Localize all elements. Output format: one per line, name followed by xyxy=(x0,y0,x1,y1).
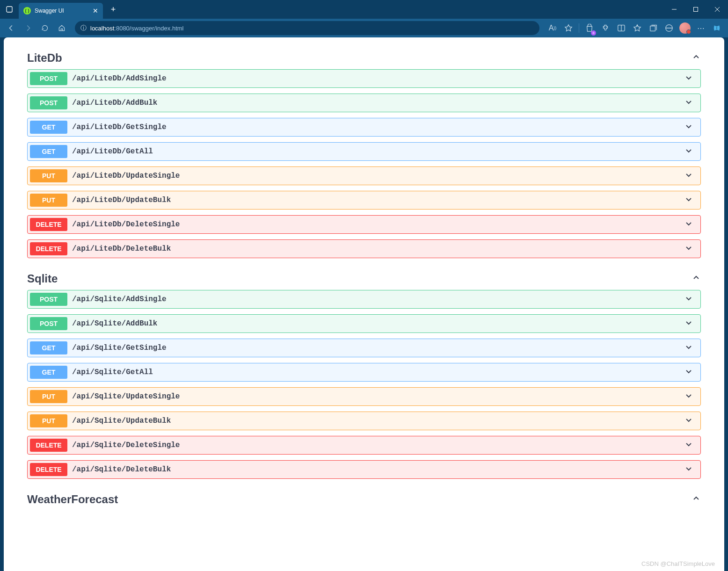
close-window-button[interactable] xyxy=(706,2,728,17)
operation-path: /api/LiteDb/AddBulk xyxy=(72,99,684,107)
operation-block[interactable]: PUT/api/Sqlite/UpdateBulk xyxy=(27,412,701,430)
method-badge: GET xyxy=(30,145,67,158)
operation-path: /api/Sqlite/AddSingle xyxy=(72,295,684,304)
titlebar-left: { } Swagger UI ✕ + xyxy=(0,0,120,19)
home-button[interactable] xyxy=(54,21,69,36)
operation-block[interactable]: GET/api/LiteDb/GetAll xyxy=(27,142,701,161)
new-tab-button[interactable]: + xyxy=(107,3,120,16)
operation-block[interactable]: DELETE/api/Sqlite/DeleteSingle xyxy=(27,436,701,455)
extensions-button[interactable] xyxy=(598,21,613,36)
tag-section: LiteDbPOST/api/LiteDb/AddSinglePOST/api/… xyxy=(27,47,701,258)
split-screen-button[interactable] xyxy=(614,21,629,36)
browser-essentials-button[interactable] xyxy=(662,21,677,36)
profile-button[interactable] xyxy=(677,21,692,36)
browser-tab[interactable]: { } Swagger UI ✕ xyxy=(19,3,103,19)
operation-block[interactable]: POST/api/LiteDb/AddSingle xyxy=(27,69,701,88)
method-badge: DELETE xyxy=(30,242,67,255)
collections-button[interactable] xyxy=(646,21,661,36)
site-info-icon[interactable]: ⓘ xyxy=(80,24,87,32)
method-badge: PUT xyxy=(30,169,67,182)
method-badge: DELETE xyxy=(30,439,67,452)
maximize-button[interactable] xyxy=(685,2,706,17)
chevron-down-icon xyxy=(684,440,693,451)
chevron-down-icon xyxy=(684,219,693,230)
chevron-down-icon xyxy=(684,464,693,475)
operation-path: /api/LiteDb/DeleteSingle xyxy=(72,220,684,229)
operation-block[interactable]: PUT/api/LiteDb/UpdateSingle xyxy=(27,166,701,185)
chevron-down-icon xyxy=(684,318,693,329)
operation-block[interactable]: GET/api/Sqlite/GetAll xyxy=(27,363,701,382)
chevron-up-icon xyxy=(692,494,701,505)
shopping-button[interactable] xyxy=(582,21,597,36)
operation-block[interactable]: POST/api/Sqlite/AddBulk xyxy=(27,314,701,333)
chevron-down-icon xyxy=(684,73,693,84)
tag-name: LiteDb xyxy=(27,51,62,65)
operation-block[interactable]: DELETE/api/LiteDb/DeleteSingle xyxy=(27,215,701,234)
svg-rect-2 xyxy=(694,7,698,12)
browser-toolbar: ⓘ localhost:8080/swagger/index.html A)) xyxy=(0,19,728,37)
tag-header[interactable]: WeatherForecast xyxy=(27,488,701,511)
operation-block[interactable]: PUT/api/Sqlite/UpdateSingle xyxy=(27,387,701,406)
operation-path: /api/LiteDb/UpdateSingle xyxy=(72,172,684,180)
method-badge: POST xyxy=(30,293,67,306)
tab-close-button[interactable]: ✕ xyxy=(93,7,98,14)
titlebar: { } Swagger UI ✕ + xyxy=(0,0,728,19)
operation-path: /api/LiteDb/GetSingle xyxy=(72,123,684,131)
tab-actions-button[interactable] xyxy=(0,0,19,19)
operation-block[interactable]: POST/api/LiteDb/AddBulk xyxy=(27,94,701,112)
tag-header[interactable]: Sqlite xyxy=(27,267,701,290)
operation-path: /api/Sqlite/DeleteBulk xyxy=(72,465,684,474)
operation-block[interactable]: GET/api/Sqlite/GetSingle xyxy=(27,339,701,357)
operation-path: /api/LiteDb/DeleteBulk xyxy=(72,245,684,253)
minimize-button[interactable] xyxy=(663,2,685,17)
chevron-down-icon xyxy=(684,243,693,254)
read-aloud-button[interactable]: A)) xyxy=(545,21,560,36)
swagger-ui: LiteDbPOST/api/LiteDb/AddSinglePOST/api/… xyxy=(4,37,724,529)
operation-block[interactable]: DELETE/api/Sqlite/DeleteBulk xyxy=(27,460,701,479)
copilot-button[interactable] xyxy=(709,21,724,36)
avatar-icon xyxy=(679,22,691,34)
operation-block[interactable]: POST/api/Sqlite/AddSingle xyxy=(27,290,701,309)
toolbar-right: A)) xyxy=(545,21,724,36)
tag-section: SqlitePOST/api/Sqlite/AddSinglePOST/api/… xyxy=(27,267,701,479)
back-button[interactable] xyxy=(4,21,19,36)
tag-name: WeatherForecast xyxy=(27,493,118,506)
url-text: localhost:8080/swagger/index.html xyxy=(90,25,183,32)
operation-block[interactable]: GET/api/LiteDb/GetSingle xyxy=(27,118,701,137)
forward-button[interactable] xyxy=(21,21,36,36)
method-badge: POST xyxy=(30,72,67,85)
chevron-down-icon xyxy=(684,170,693,181)
operation-path: /api/Sqlite/UpdateBulk xyxy=(72,417,684,425)
operation-path: /api/LiteDb/GetAll xyxy=(72,147,684,156)
page-content[interactable]: LiteDbPOST/api/LiteDb/AddSinglePOST/api/… xyxy=(4,37,724,571)
chevron-up-icon xyxy=(692,273,701,284)
operation-block[interactable]: PUT/api/LiteDb/UpdateBulk xyxy=(27,191,701,210)
swagger-favicon-icon: { } xyxy=(23,7,31,14)
tab-title: Swagger UI xyxy=(35,7,89,14)
operation-path: /api/Sqlite/DeleteSingle xyxy=(72,441,684,449)
tag-header[interactable]: LiteDb xyxy=(27,47,701,69)
chevron-down-icon xyxy=(684,367,693,378)
window-controls xyxy=(663,2,728,17)
favorites-bar-button[interactable] xyxy=(630,21,645,36)
operation-path: /api/LiteDb/AddSingle xyxy=(72,74,684,83)
favorite-button[interactable] xyxy=(561,21,576,36)
tag-section: WeatherForecast xyxy=(27,488,701,511)
operation-path: /api/LiteDb/UpdateBulk xyxy=(72,196,684,204)
method-badge: GET xyxy=(30,121,67,134)
method-badge: DELETE xyxy=(30,463,67,476)
operation-path: /api/Sqlite/AddBulk xyxy=(72,319,684,328)
more-button[interactable]: ⋯ xyxy=(693,21,708,36)
refresh-button[interactable] xyxy=(37,21,52,36)
address-bar[interactable]: ⓘ localhost:8080/swagger/index.html xyxy=(75,21,539,35)
operation-path: /api/Sqlite/UpdateSingle xyxy=(72,392,684,401)
operation-path: /api/Sqlite/GetSingle xyxy=(72,344,684,352)
method-badge: PUT xyxy=(30,194,67,207)
chevron-down-icon xyxy=(684,342,693,354)
operation-block[interactable]: DELETE/api/LiteDb/DeleteBulk xyxy=(27,239,701,258)
browser-window: { } Swagger UI ✕ + xyxy=(0,0,728,571)
method-badge: DELETE xyxy=(30,218,67,231)
chevron-down-icon xyxy=(684,294,693,305)
chevron-down-icon xyxy=(684,195,693,206)
method-badge: POST xyxy=(30,317,67,330)
